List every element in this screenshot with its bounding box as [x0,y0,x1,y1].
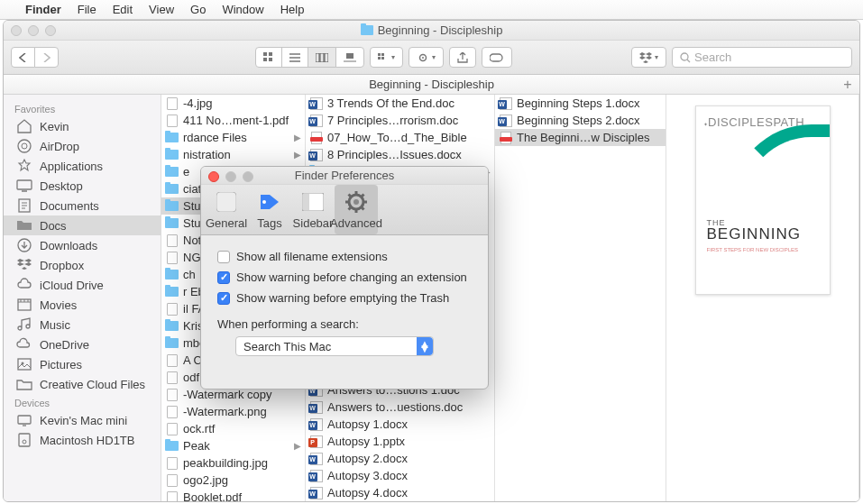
prefs-close-button[interactable] [208,171,219,182]
menu-file[interactable]: File [78,3,96,16]
file-name: Autopsy 1.pptx [327,435,405,448]
search-field[interactable]: Search [672,47,852,68]
svg-rect-2 [263,58,267,61]
menu-help[interactable]: Help [280,3,305,16]
folder-icon [165,183,179,196]
column-view-button[interactable] [308,47,336,68]
chevron-updown-icon: ▲▼ [417,337,433,355]
column-3[interactable]: Beginning Steps 1.docxBeginning Steps 2.… [495,95,666,501]
file-row[interactable]: 8 Principles…Issues.docx [306,146,494,163]
file-row[interactable]: Beginning Steps 2.docx [495,112,666,129]
app-menu[interactable]: Finder [25,3,61,16]
prefs-tab-tags[interactable]: Tags [248,185,291,234]
file-row[interactable]: peakbuilding.jpg [161,454,305,472]
doc-icon [165,474,179,487]
file-row[interactable]: 3 Trends Of the End.doc [306,95,494,112]
file-name: Booklet.pdf [183,490,242,501]
menu-view[interactable]: View [149,3,174,16]
file-row[interactable]: Autopsy 1.docx [306,416,494,433]
checkbox-warn-extension[interactable]: ✓ Show warning before changing an extens… [217,270,472,284]
menu-go[interactable]: Go [190,3,206,16]
icon-view-button[interactable] [255,47,282,68]
file-name: Stu [183,199,201,213]
sidebar-item-label: OneDrive [40,338,89,352]
prefs-tab-advanced[interactable]: Advanced [335,185,378,234]
sidebar-icon [302,193,324,211]
folder-icon [165,320,179,333]
file-row[interactable]: Autopsy 4.docx [306,484,494,501]
menu-window[interactable]: Window [222,3,263,16]
search-scope-select[interactable]: Search This Mac ▲▼ [235,336,434,356]
sidebar-item-desktop[interactable]: Desktop [4,176,161,196]
sidebar-item-kevin[interactable]: Kevin [4,116,161,136]
file-name: Beginning Steps 2.docx [517,114,640,127]
file-row[interactable]: Autopsy 3.docx [306,467,494,484]
file-row[interactable]: 07_How_To…d_The_Bible [306,129,494,146]
coverflow-view-button[interactable] [335,47,364,68]
folder-icon [165,166,179,179]
finder-preferences-window: Finder Preferences General Tags Sidebar … [200,166,489,389]
prefs-tab-general[interactable]: General [205,185,248,234]
sidebar-item-pictures[interactable]: Pictures [4,354,161,374]
arrange-button[interactable]: ▾ [370,47,403,68]
forward-button[interactable] [34,47,59,68]
svg-point-17 [22,143,27,149]
new-tab-button[interactable]: + [840,77,856,93]
file-row[interactable]: The Beginni…w Disciples [495,129,666,146]
file-name: -Watermark copy [183,388,271,401]
sidebar-item-docs[interactable]: Docs [4,215,161,235]
file-row[interactable]: rdance Files▶ [161,129,305,146]
prefs-zoom-button[interactable] [243,171,253,182]
checkbox-show-extensions[interactable]: Show all filename extensions [217,250,472,263]
sidebar-item-downloads[interactable]: Downloads [4,235,161,255]
sidebar-item-kevin-s-mac-mini[interactable]: Kevin's Mac mini [4,410,161,430]
sidebar-item-icloud-drive[interactable]: iCloud Drive [4,275,161,295]
sidebar-item-movies[interactable]: Movies [4,295,161,315]
minimize-button[interactable] [28,25,39,36]
doc-icon [165,371,179,384]
file-row[interactable]: Booklet.pdf [161,489,305,501]
sidebar-item-onedrive[interactable]: OneDrive [4,334,161,354]
sidebar-item-music[interactable]: Music [4,315,161,334]
share-button[interactable] [449,47,476,68]
file-row[interactable]: nistration▶ [161,146,305,163]
menu-edit[interactable]: Edit [113,3,133,16]
file-name: -Watermark.png [183,405,267,418]
svg-rect-30 [303,194,309,210]
zoom-button[interactable] [45,25,56,36]
tab-label[interactable]: Beginning - Discipleship [369,78,494,91]
sidebar-item-creative-cloud-files[interactable]: Creative Cloud Files [4,374,161,394]
file-row[interactable]: 411 No…ment-1.pdf [161,112,305,129]
word-icon [309,97,323,110]
action-button[interactable]: ▾ [409,47,444,68]
svg-point-26 [23,440,26,444]
tag-icon [259,193,280,211]
file-row[interactable]: ock.rtf [161,420,305,437]
close-button[interactable] [11,25,22,36]
file-row[interactable]: Peak▶ [161,437,305,454]
back-button[interactable] [11,47,35,68]
preview-pane: ✦DISCIPLESPATH THE BEGINNING FIRST STEPS… [666,95,858,306]
list-view-button[interactable] [281,47,308,68]
sidebar-item-macintosh-hd1tb[interactable]: Macintosh HD1TB [4,430,161,450]
file-row[interactable]: 7 Principles…rrorism.doc [306,112,494,129]
file-row[interactable]: Autopsy 2.docx [306,450,494,467]
file-row[interactable]: -4.jpg [161,95,305,112]
file-row[interactable]: ogo2.jpg [161,472,305,489]
sidebar-item-applications[interactable]: Applications [4,156,161,176]
file-row[interactable]: -Watermark.png [161,403,305,420]
sidebar-item-documents[interactable]: Documents [4,196,161,215]
file-row[interactable]: Autopsy 1.pptx [306,433,494,450]
prefs-tab-sidebar[interactable]: Sidebar [291,185,335,234]
prefs-minimize-button[interactable] [225,171,236,182]
checkbox-warn-trash[interactable]: ✓ Show warning before emptying the Trash [217,291,472,305]
sidebar-item-dropbox[interactable]: Dropbox [4,255,161,275]
tags-button[interactable] [482,47,512,68]
svg-rect-7 [346,53,353,59]
file-row[interactable]: Answers to…uestions.doc [306,399,494,416]
sidebar-item-airdrop[interactable]: AirDrop [4,136,161,156]
sidebar-item-label: Creative Cloud Files [40,378,145,391]
dropbox-button[interactable]: ▾ [631,47,666,68]
preview-title: BEGINNING [707,225,801,243]
file-row[interactable]: Beginning Steps 1.docx [495,95,666,112]
